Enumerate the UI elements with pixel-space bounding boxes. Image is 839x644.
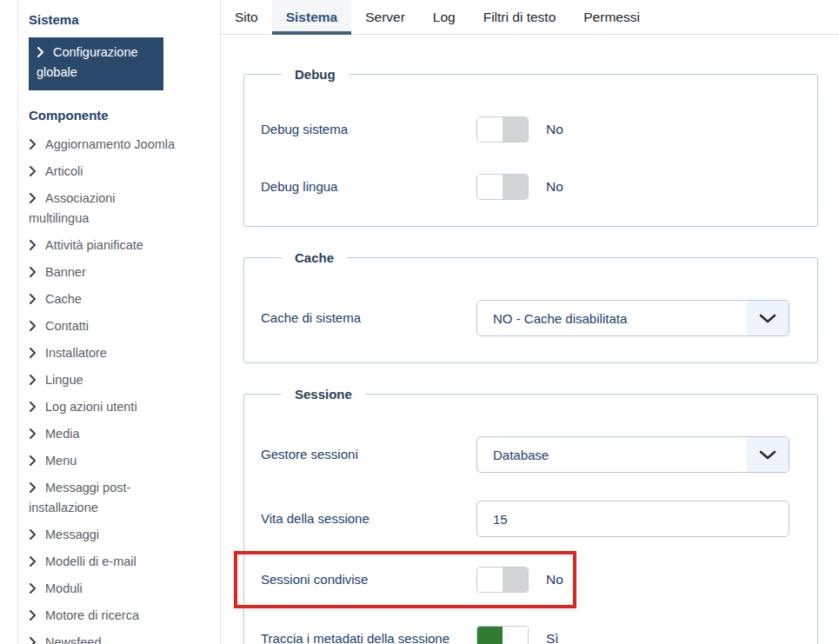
chevron-right-icon <box>37 43 45 63</box>
sessioni-condivise-toggle[interactable] <box>476 567 529 593</box>
chevron-right-icon <box>29 633 37 644</box>
tab-server[interactable]: Server <box>351 0 419 35</box>
sidebar-item-media[interactable]: Media <box>29 424 178 444</box>
sidebar-item-associazioni-multilingua[interactable]: Associazioni multilingua <box>29 189 178 229</box>
sidebar-item-label: Motore di ricerca <box>45 608 139 622</box>
sidebar-item-installatore[interactable]: Installatore <box>29 343 178 363</box>
sidebar-heading-componente: Componente <box>29 108 210 123</box>
sidebar-item-attivita-pianificate[interactable]: Attività pianificate <box>29 236 178 256</box>
sidebar-item-label: Moduli <box>45 581 83 595</box>
sidebar-item-messaggi-post-installazione[interactable]: Messaggi post-installazione <box>29 478 178 518</box>
main-panel: Sito Sistema Server Log Filtri di testo … <box>221 0 839 644</box>
tab-sistema[interactable]: Sistema <box>272 0 351 35</box>
field-label: Vita della sessione <box>261 508 476 529</box>
sidebar-item-articoli[interactable]: Articoli <box>29 162 178 182</box>
form-row-cache-di-sistema: Cache di sistema NO - Cache disabilitata <box>261 300 784 336</box>
chevron-right-icon <box>29 397 37 417</box>
sidebar-item-contatti[interactable]: Contatti <box>29 316 178 336</box>
chevron-right-icon <box>29 579 37 599</box>
sidebar-item-label: Modelli di e-mail <box>45 554 137 568</box>
sidebar-item-label: Installatore <box>45 346 107 360</box>
fieldset-sessione-legend: Sessione <box>282 387 365 402</box>
sidebar-item-label: Lingue <box>45 373 83 387</box>
toggle-state-text: No <box>546 179 563 195</box>
fieldset-debug: Debug Debug sistema No Debug lingua No <box>243 67 818 227</box>
sidebar-item-moduli[interactable]: Moduli <box>29 579 178 599</box>
sidebar-item-lingue[interactable]: Lingue <box>29 370 178 390</box>
debug-sistema-toggle[interactable] <box>476 116 529 143</box>
vita-della-sessione-input[interactable] <box>476 501 789 537</box>
field-label: Cache di sistema <box>261 308 476 329</box>
sidebar-item-aggiornamento-joomla[interactable]: Aggiornamento Joomla <box>29 135 178 155</box>
sidebar-item-label: Menu <box>45 454 77 468</box>
app-root: Sistema Configurazione globale Component… <box>0 0 839 644</box>
chevron-right-icon <box>29 236 37 256</box>
sidebar-item-modelli-di-email[interactable]: Modelli di e-mail <box>29 552 178 572</box>
sidebar-item-newsfeed[interactable]: Newsfeed <box>29 633 178 644</box>
sidebar-item-label: Aggiornamento Joomla <box>45 137 175 151</box>
sidebar-item-label: Banner <box>45 265 86 279</box>
sidebar-item-label: Newsfeed <box>45 635 101 644</box>
form-row-debug-lingua: Debug lingua No <box>261 174 784 200</box>
sidebar-rail <box>17 0 18 644</box>
sidebar-item-configurazione-globale[interactable]: Configurazione globale <box>29 37 163 90</box>
sidebar: Sistema Configurazione globale Component… <box>0 0 221 644</box>
sidebar-item-label: Media <box>45 427 80 441</box>
field-label: Gestore sessioni <box>261 444 476 465</box>
tab-sito[interactable]: Sito <box>221 0 272 35</box>
sidebar-item-label: Contatti <box>45 319 89 333</box>
form-row-debug-sistema: Debug sistema No <box>261 116 784 143</box>
chevron-down-icon <box>747 301 789 335</box>
form-row-traccia-metadati: Traccia i metadati della sessione Sì <box>261 626 784 644</box>
sidebar-item-label: Articoli <box>45 164 83 178</box>
sidebar-item-label: Messaggi post-installazione <box>29 481 130 515</box>
cache-di-sistema-select[interactable]: NO - Cache disabilitata <box>476 300 789 336</box>
tab-bar: Sito Sistema Server Log Filtri di testo … <box>221 0 839 35</box>
toggle-state-text: Sì <box>546 631 559 644</box>
traccia-metadati-toggle[interactable] <box>476 626 529 644</box>
form-row-sessioni-condivise: Sessioni condivise No <box>261 567 784 593</box>
sidebar-item-label: Attività pianificate <box>45 238 143 252</box>
sidebar-item-log-azioni-utenti[interactable]: Log azioni utenti <box>29 397 178 417</box>
fieldset-cache: Cache Cache di sistema NO - Cache disabi… <box>243 250 818 363</box>
chevron-right-icon <box>29 262 37 282</box>
chevron-right-icon <box>29 424 37 444</box>
sidebar-heading-sistema: Sistema <box>29 12 210 27</box>
gestore-sessioni-select[interactable]: Database <box>476 436 789 473</box>
tab-filtri-di-testo[interactable]: Filtri di testo <box>469 0 570 35</box>
fieldset-sessione: Sessione Gestore sessioni Database Vita … <box>243 387 818 644</box>
field-label: Traccia i metadati della sessione <box>261 628 476 644</box>
form-row-gestore-sessioni: Gestore sessioni Database <box>261 436 784 473</box>
chevron-right-icon <box>29 162 37 182</box>
settings-content: Debug Debug sistema No Debug lingua No <box>221 35 839 644</box>
chevron-right-icon <box>29 451 37 471</box>
tab-permessi[interactable]: Permessi <box>569 0 654 35</box>
field-label: Debug lingua <box>261 176 476 197</box>
tab-log[interactable]: Log <box>419 0 469 35</box>
sidebar-item-label: Configurazione globale <box>37 45 138 79</box>
field-label: Debug sistema <box>261 119 476 140</box>
sidebar-item-menu[interactable]: Menu <box>29 451 178 471</box>
select-value: Database <box>477 448 747 462</box>
chevron-right-icon <box>29 316 37 336</box>
chevron-right-icon <box>29 478 37 498</box>
field-label: Sessioni condivise <box>261 569 476 590</box>
chevron-down-icon <box>747 437 789 472</box>
sidebar-item-label: Associazioni multilingua <box>29 191 116 225</box>
fieldset-cache-legend: Cache <box>282 250 347 265</box>
chevron-right-icon <box>29 135 37 155</box>
sidebar-item-messaggi[interactable]: Messaggi <box>29 525 178 545</box>
toggle-state-text: No <box>546 572 563 588</box>
chevron-right-icon <box>29 343 37 363</box>
chevron-right-icon <box>29 552 37 572</box>
sidebar-item-label: Cache <box>45 292 82 306</box>
sidebar-list: Aggiornamento Joomla Articoli Associazio… <box>29 135 178 644</box>
form-row-vita-della-sessione: Vita della sessione <box>261 501 784 537</box>
sidebar-item-motore-di-ricerca[interactable]: Motore di ricerca <box>29 606 178 626</box>
select-value: NO - Cache disabilitata <box>477 311 747 326</box>
sidebar-item-banner[interactable]: Banner <box>29 262 178 282</box>
sidebar-item-cache[interactable]: Cache <box>29 289 178 309</box>
chevron-right-icon <box>29 370 37 390</box>
debug-lingua-toggle[interactable] <box>476 174 529 200</box>
toggle-state-text: No <box>546 122 563 137</box>
